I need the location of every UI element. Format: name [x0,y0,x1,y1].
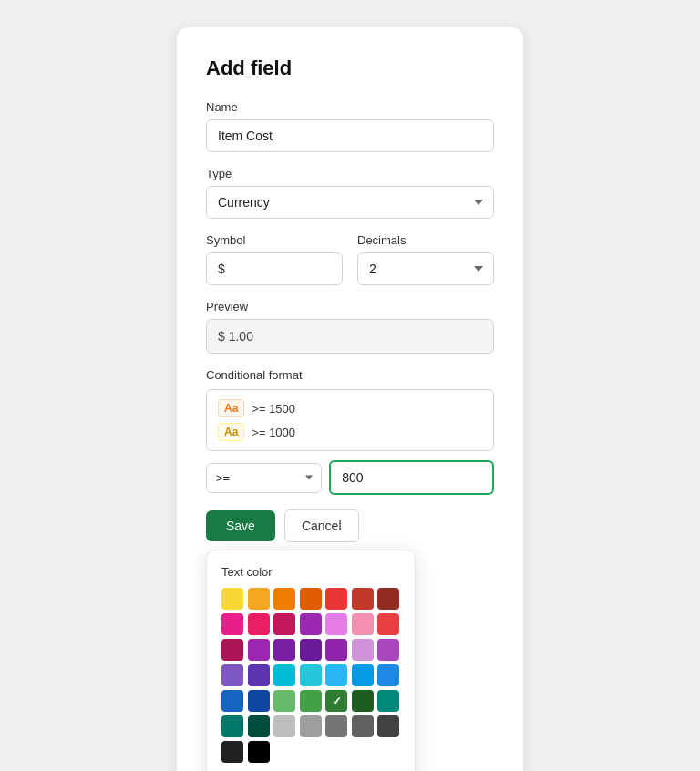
color-swatch[interactable] [300,715,322,737]
color-picker-label: Text color [221,565,400,579]
cond-row-2: Aa >= 1000 [218,423,482,441]
symbol-input[interactable] [206,252,343,285]
color-swatch[interactable] [273,690,295,712]
cond-text-1: >= 1500 [252,402,295,416]
color-swatch[interactable] [325,639,347,661]
color-swatch[interactable] [377,639,399,661]
color-swatch[interactable] [352,613,374,635]
color-swatch[interactable] [300,690,322,712]
main-action-row: Save Cancel [206,509,494,542]
type-field-group: Type Currency Number Text Date [206,167,494,219]
name-label: Name [206,100,494,114]
color-swatch[interactable] [221,690,243,712]
color-swatch[interactable] [221,664,243,686]
color-swatch[interactable] [273,588,295,610]
symbol-field-group: Symbol [206,233,343,285]
color-swatch[interactable] [221,588,243,610]
color-swatch[interactable] [248,613,270,635]
type-select[interactable]: Currency Number Text Date [206,186,494,219]
color-swatch[interactable] [300,588,322,610]
cond-value-input[interactable] [329,460,494,495]
name-input[interactable] [206,119,494,152]
color-swatch[interactable] [352,639,374,661]
cond-text-2: >= 1000 [252,426,295,439]
color-swatch[interactable] [273,715,295,737]
color-swatch[interactable] [248,664,270,686]
conditional-group: Conditional format Aa >= 1500 Aa >= 1000… [206,368,494,495]
main-cancel-button[interactable]: Cancel [284,509,359,542]
color-swatch[interactable] [377,715,399,737]
cond-operator-wrapper: >= > <= < = != [206,463,322,493]
add-field-card: Add field Name Type Currency Number Text… [177,27,523,771]
color-swatch[interactable] [325,690,347,712]
color-swatch[interactable] [221,639,243,661]
conditional-box: Aa >= 1500 Aa >= 1000 [206,389,494,451]
color-swatch[interactable] [325,715,347,737]
color-swatch[interactable] [300,613,322,635]
symbol-decimals-row: Symbol Decimals 0 1 2 3 [206,233,494,300]
color-swatch[interactable] [221,613,243,635]
cond-operator-select[interactable]: >= > <= < = != [206,463,322,493]
color-swatch[interactable] [352,715,374,737]
color-picker-popup: Text color Save Cancel [206,550,416,771]
preview-field-group: Preview $ 1.00 [206,300,494,354]
color-swatch[interactable] [248,715,270,737]
color-swatch[interactable] [248,588,270,610]
conditional-label: Conditional format [206,368,494,382]
color-swatch[interactable] [352,588,374,610]
cond-row-1: Aa >= 1500 [218,399,482,417]
color-swatch[interactable] [221,741,243,763]
color-swatch[interactable] [248,741,270,763]
preview-label: Preview [206,300,494,314]
type-select-wrapper: Currency Number Text Date [206,186,494,219]
color-swatch[interactable] [273,664,295,686]
color-swatch[interactable] [248,639,270,661]
color-swatch[interactable] [273,613,295,635]
color-swatch[interactable] [300,664,322,686]
symbol-label: Symbol [206,233,343,247]
color-swatch[interactable] [377,690,399,712]
type-label: Type [206,167,494,180]
color-grid [221,588,400,763]
color-swatch[interactable] [377,613,399,635]
name-field-group: Name [206,100,494,152]
color-swatch[interactable] [325,613,347,635]
card-title: Add field [206,57,494,80]
color-swatch[interactable] [352,664,374,686]
color-swatch[interactable] [300,639,322,661]
color-swatch[interactable] [248,690,270,712]
decimals-field-group: Decimals 0 1 2 3 [357,233,494,285]
color-swatch[interactable] [221,715,243,737]
decimals-select[interactable]: 0 1 2 3 [357,252,494,285]
color-swatch[interactable] [273,639,295,661]
color-swatch[interactable] [352,690,374,712]
color-swatch[interactable] [377,588,399,610]
decimals-select-wrapper: 0 1 2 3 [357,252,494,285]
cond-badge-1: Aa [218,399,244,417]
color-swatch[interactable] [325,588,347,610]
cond-badge-2: Aa [218,423,244,441]
preview-value: $ 1.00 [206,319,494,354]
main-save-button[interactable]: Save [206,510,275,541]
cond-input-row: >= > <= < = != [206,460,494,495]
color-swatch[interactable] [325,664,347,686]
decimals-label: Decimals [357,233,494,247]
color-swatch[interactable] [377,664,399,686]
